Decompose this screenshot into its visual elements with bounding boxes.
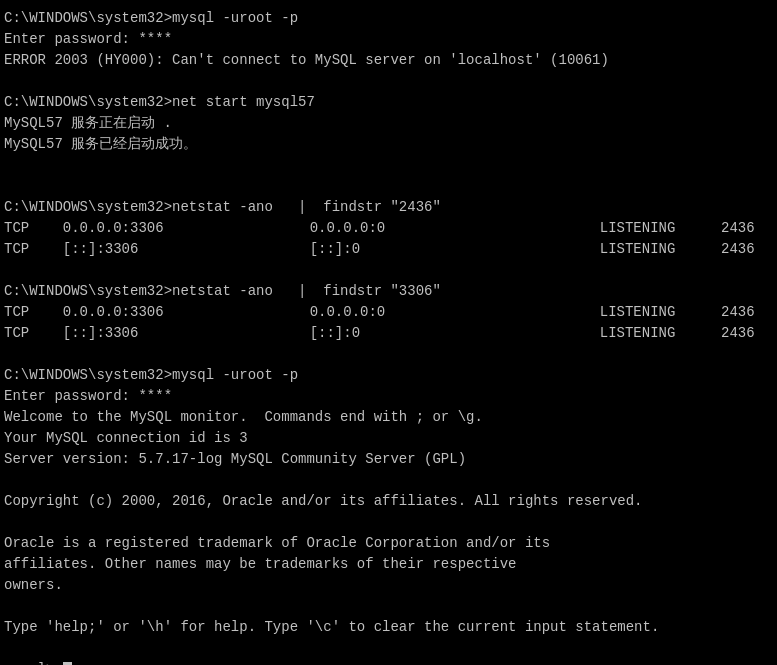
output-line: Copyright (c) 2000, 2016, Oracle and/or … [4,491,773,512]
output-line: Oracle is a registered trademark of Orac… [4,533,773,554]
tcp-pid: 2436 [721,218,773,239]
tcp-foreign-address: [::]:0 [310,239,531,260]
output-line: Enter password: **** [4,386,773,407]
empty-line [4,260,773,281]
tcp-protocol: TCP [4,239,63,260]
tcp-row: TCP [::]:3306[::]:0LISTENING2436 [4,239,773,260]
tcp-pid: 2436 [721,323,773,344]
tcp-protocol: TCP [4,323,63,344]
output-line: owners. [4,575,773,596]
output-line: Enter password: **** [4,29,773,50]
empty-line [4,176,773,197]
tcp-foreign-address: 0.0.0.0:0 [310,302,531,323]
empty-line [4,512,773,533]
tcp-foreign-address: 0.0.0.0:0 [310,218,531,239]
output-line: affiliates. Other names may be trademark… [4,554,773,575]
tcp-local-address: [::]:3306 [63,239,223,260]
command-prompt-line: C:\WINDOWS\system32>net start mysql57 [4,92,773,113]
output-line: Type 'help;' or '\h' for help. Type '\c'… [4,617,773,638]
command-prompt-line: C:\WINDOWS\system32>netstat -ano | finds… [4,281,773,302]
tcp-pid: 2436 [721,239,773,260]
command-prompt-line: C:\WINDOWS\system32>netstat -ano | finds… [4,197,773,218]
empty-line [4,638,773,659]
tcp-state: LISTENING [600,302,704,323]
tcp-row: TCP 0.0.0.0:33060.0.0.0:0LISTENING2436 [4,302,773,323]
empty-line [4,71,773,92]
output-line: MySQL57 服务已经启动成功。 [4,134,773,155]
output-line: Server version: 5.7.17-log MySQL Communi… [4,449,773,470]
tcp-state: LISTENING [600,323,704,344]
tcp-protocol: TCP [4,302,63,323]
tcp-local-address: 0.0.0.0:3306 [63,218,223,239]
output-line: ERROR 2003 (HY000): Can't connect to MyS… [4,50,773,71]
tcp-pid: 2436 [721,302,773,323]
output-line: Welcome to the MySQL monitor. Commands e… [4,407,773,428]
empty-line [4,470,773,491]
terminal-window: C:\WINDOWS\system32>mysql -uroot -pEnter… [0,0,777,665]
tcp-local-address: [::]:3306 [63,323,223,344]
tcp-state: LISTENING [600,218,704,239]
tcp-protocol: TCP [4,218,63,239]
command-prompt-line: C:\WINDOWS\system32>mysql -uroot -p [4,365,773,386]
output-line: MySQL57 服务正在启动 . [4,113,773,134]
empty-line [4,155,773,176]
command-prompt-line: C:\WINDOWS\system32>mysql -uroot -p [4,8,773,29]
tcp-row: TCP [::]:3306[::]:0LISTENING2436 [4,323,773,344]
tcp-state: LISTENING [600,239,704,260]
empty-line [4,344,773,365]
mysql-prompt-line[interactable]: mysql> [4,659,773,665]
tcp-row: TCP 0.0.0.0:33060.0.0.0:0LISTENING2436 [4,218,773,239]
output-line: Your MySQL connection id is 3 [4,428,773,449]
tcp-local-address: 0.0.0.0:3306 [63,302,223,323]
tcp-foreign-address: [::]:0 [310,323,531,344]
empty-line [4,596,773,617]
